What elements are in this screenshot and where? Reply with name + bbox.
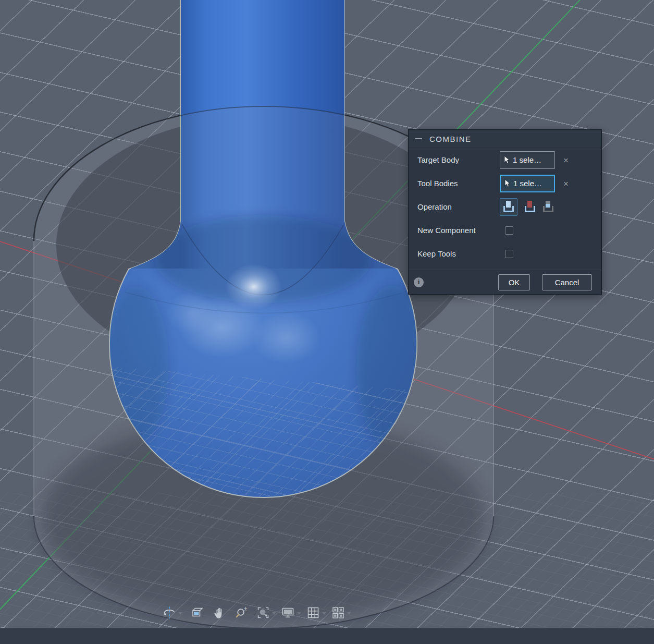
new-component-checkbox[interactable] — [505, 226, 513, 235]
minimize-icon — [415, 138, 422, 139]
target-body-label: Target Body — [417, 155, 459, 164]
keep-tools-label: Keep Tools — [417, 249, 456, 258]
operation-label: Operation — [417, 202, 452, 211]
cancel-button[interactable]: Cancel — [542, 274, 592, 290]
grid-and-snaps-button[interactable] — [305, 605, 321, 621]
operation-intersect-button[interactable] — [542, 201, 554, 213]
cursor-icon — [503, 155, 510, 164]
navigation-toolbar: ± — [162, 604, 352, 622]
svg-text:±: ± — [244, 605, 248, 613]
zoom-icon: ± — [234, 605, 249, 620]
operation-cut-button[interactable] — [524, 201, 536, 213]
bottom-bar — [0, 628, 654, 644]
info-icon[interactable]: i — [414, 277, 424, 287]
keep-tools-checkbox[interactable] — [505, 250, 513, 258]
display-settings-icon — [281, 605, 295, 620]
target-body-selection-button[interactable]: 1 sele… — [500, 151, 555, 169]
orbit-dropdown-chevron[interactable] — [178, 612, 182, 615]
pan-button[interactable] — [212, 605, 227, 621]
grid-icon — [306, 605, 320, 620]
operation-row: Operation — [409, 195, 601, 218]
new-component-row: New Component — [409, 218, 601, 242]
tool-bodies-selection-button[interactable]: 1 sele… — [500, 175, 555, 192]
fit-icon — [256, 605, 270, 620]
tool-bodies-value: 1 sele… — [513, 179, 542, 188]
operation-join-button[interactable] — [500, 198, 517, 216]
orbit-icon — [162, 605, 177, 620]
fit-dropdown-chevron[interactable] — [272, 612, 276, 615]
viewports-icon — [331, 605, 345, 620]
new-component-label: New Component — [417, 226, 476, 235]
look-at-icon — [190, 605, 205, 620]
orbit-button[interactable] — [162, 605, 177, 621]
target-body-value: 1 sele… — [513, 155, 541, 164]
fit-button[interactable] — [255, 605, 271, 621]
minimize-button[interactable] — [415, 135, 423, 143]
combine-dialog: COMBINE Target Body 1 sele… × Tool Bodie… — [408, 129, 602, 295]
grid-dropdown-chevron[interactable] — [322, 612, 326, 615]
viewports-dropdown-chevron[interactable] — [347, 612, 351, 615]
tool-bodies-row: Tool Bodies 1 sele… × — [409, 172, 601, 195]
cursor-icon — [503, 179, 511, 188]
viewports-button[interactable] — [330, 605, 346, 621]
fusion-viewport-window: ± — [0, 0, 654, 644]
dialog-title: COMBINE — [429, 135, 472, 143]
dialog-header[interactable]: COMBINE — [409, 130, 601, 148]
look-at-button[interactable] — [190, 605, 205, 621]
ok-button[interactable]: OK — [498, 274, 530, 290]
tool-bodies-clear-button[interactable]: × — [560, 179, 572, 188]
display-settings-dropdown-chevron[interactable] — [297, 612, 301, 615]
pan-icon — [212, 605, 227, 620]
tool-bodies-label: Tool Bodies — [417, 179, 458, 188]
dialog-footer: i OK Cancel — [409, 270, 601, 294]
zoom-button[interactable]: ± — [233, 605, 249, 621]
target-body-row: Target Body 1 sele… × — [409, 148, 601, 172]
keep-tools-row: Keep Tools — [409, 242, 601, 265]
target-body-clear-button[interactable]: × — [560, 155, 572, 164]
viewport-3d[interactable] — [0, 0, 654, 644]
display-settings-button[interactable] — [280, 605, 296, 621]
join-icon — [503, 201, 514, 213]
